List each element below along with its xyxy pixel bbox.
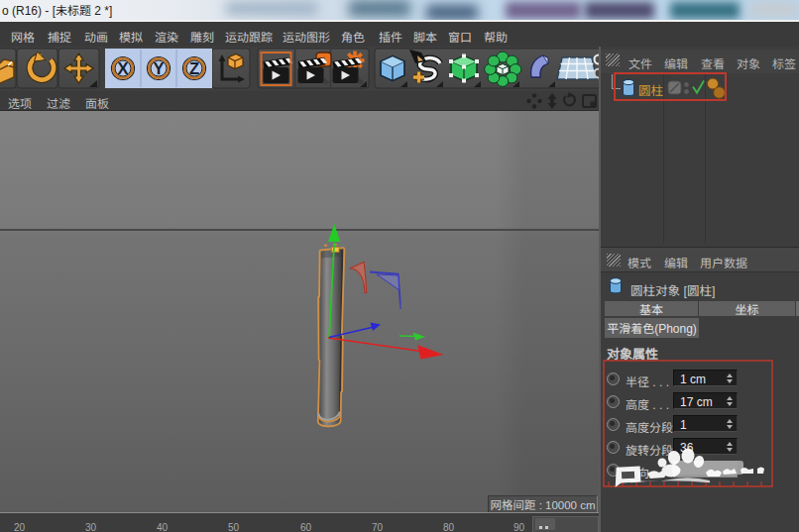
svg-text:Y: Y — [153, 59, 164, 77]
svg-text:X: X — [117, 59, 128, 77]
svg-text:Z: Z — [189, 59, 199, 77]
